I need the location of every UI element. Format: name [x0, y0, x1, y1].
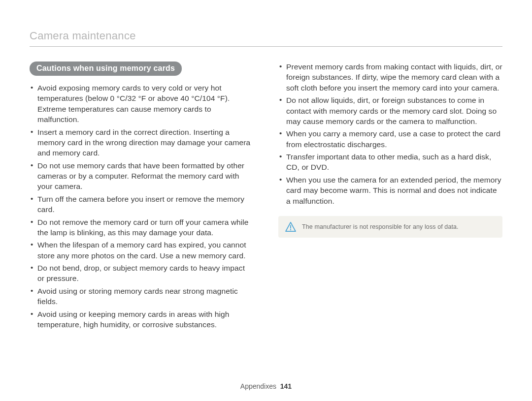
left-column: Cautions when using memory cards Avoid e… — [30, 62, 254, 332]
list-item: When the lifespan of a memory card has e… — [30, 240, 254, 261]
warning-icon — [285, 222, 296, 232]
list-item: Turn off the camera before you insert or… — [30, 194, 254, 215]
list-item: Avoid exposing memory cards to very cold… — [30, 83, 254, 125]
page-title: Camera maintenance — [30, 30, 502, 46]
footer-section: Appendixes — [240, 382, 276, 390]
list-item: Transfer important data to other media, … — [278, 152, 502, 173]
note-box: The manufacturer is not responsible for … — [278, 216, 502, 238]
list-item: Do not allow liquids, dirt, or foreign s… — [278, 95, 502, 126]
page-footer: Appendixes 141 — [0, 382, 532, 390]
list-item: When you carry a memory card, use a case… — [278, 128, 502, 150]
svg-point-1 — [290, 229, 291, 230]
list-item: Do not use memory cards that have been f… — [30, 160, 254, 192]
header-divider — [30, 46, 502, 47]
list-item: Avoid using or storing memory cards near… — [30, 286, 254, 307]
list-item: Prevent memory cards from making contact… — [278, 62, 502, 93]
left-bullet-list: Avoid exposing memory cards to very cold… — [30, 83, 254, 330]
list-item: Avoid using or keeping memory cards in a… — [30, 309, 254, 330]
section-pill: Cautions when using memory cards — [30, 62, 182, 76]
list-item: Insert a memory card in the correct dire… — [30, 127, 254, 158]
right-bullet-list: Prevent memory cards from making contact… — [278, 62, 502, 206]
list-item: When you use the camera for an extended … — [278, 175, 502, 206]
list-item: Do not bend, drop, or subject memory car… — [30, 263, 254, 284]
note-text: The manufacturer is not responsible for … — [302, 223, 459, 230]
content-columns: Cautions when using memory cards Avoid e… — [30, 62, 502, 332]
footer-page-number: 141 — [280, 382, 292, 390]
list-item: Do not remove the memory card or turn of… — [30, 217, 254, 238]
right-column: Prevent memory cards from making contact… — [278, 62, 502, 332]
